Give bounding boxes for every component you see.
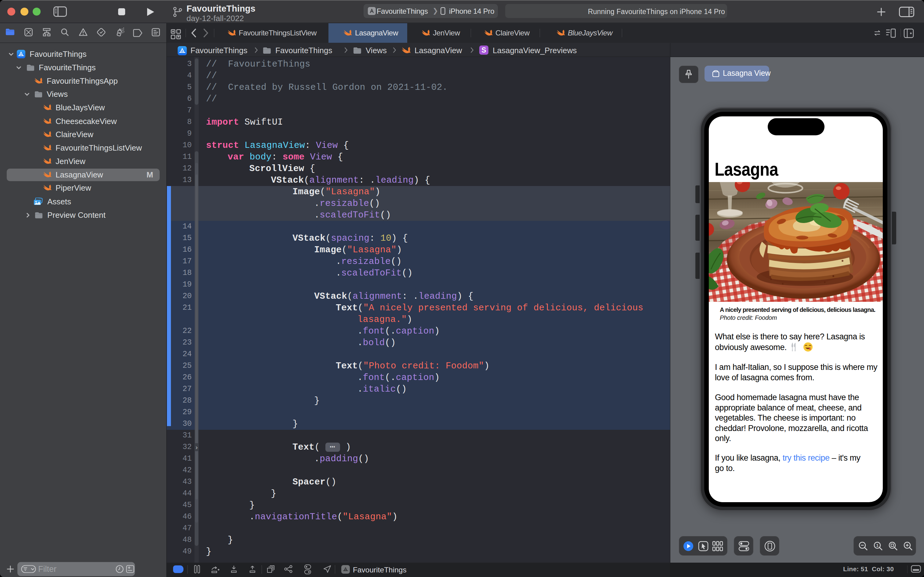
svg-text:1: 1 (876, 543, 878, 548)
